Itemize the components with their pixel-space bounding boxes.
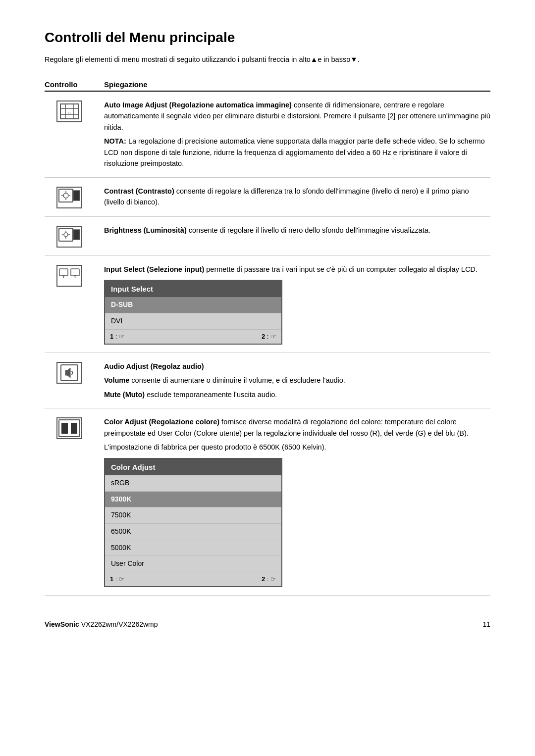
color-adjust-popup-nav: 1 : ☞ 2 : ☞	[105, 572, 281, 586]
input-select-item-dsub: D-SUB	[105, 297, 281, 313]
row-color-adjust: Color Adjust (Regolazione colore) fornis…	[45, 408, 490, 596]
svg-rect-29	[71, 423, 77, 434]
input-select-nav-left: 1 : ☞	[110, 332, 125, 342]
icon-cell-input-select	[45, 264, 94, 287]
page-title: Controlli del Menu principale	[45, 30, 490, 46]
row-audio-adjust: Audio Adjust (Regolaz audio) Volume cons…	[45, 353, 490, 408]
footer: ViewSonic VX2262wm/VX2262wmp 11	[45, 620, 490, 628]
audio-section-title: Audio Adjust (Regolaz audio)	[104, 362, 204, 370]
color-item-6500k: 6500K	[105, 524, 281, 540]
svg-rect-12	[73, 191, 80, 201]
input-select-icon	[56, 265, 82, 287]
color-nav-right: 2 : ☞	[262, 574, 276, 584]
color-nav-left: 1 : ☞	[110, 574, 125, 584]
color-adjust-bold: Color Adjust (Regolazione colore)	[104, 418, 219, 426]
audio-icon	[56, 362, 82, 384]
svg-rect-23	[71, 269, 79, 276]
input-select-popup-title: Input Select	[105, 281, 281, 297]
input-select-nav-right: 2 : ☞	[262, 332, 276, 342]
svg-rect-6	[59, 189, 73, 202]
col-header-control: Controllo	[45, 80, 104, 89]
icon-cell-auto-image: ↔	[45, 100, 94, 122]
row-auto-image: ↔ Auto Image Adjust (Regolazione automat…	[45, 92, 490, 178]
row-input-select: Input Select (Selezione input) permette …	[45, 256, 490, 353]
col-header-desc: Spiegazione	[104, 80, 490, 89]
color-adjust-popup: Color Adjust sRGB 9300K 7500K 6500K 5000…	[104, 458, 282, 588]
svg-rect-19	[73, 230, 80, 240]
auto-image-icon: ↔	[56, 101, 82, 122]
icon-cell-contrast	[45, 186, 94, 208]
input-select-text: permette di passare tra i vari input se …	[204, 265, 478, 273]
volume-bold: Volume	[104, 376, 129, 384]
row-brightness: Brightness (Luminosità) consente di rego…	[45, 217, 490, 256]
color-item-srgb: sRGB	[105, 475, 281, 492]
footer-page: 11	[482, 620, 490, 628]
footer-brand: ViewSonic	[45, 620, 79, 628]
footer-brand-model: ViewSonic VX2262wm/VX2262wmp	[45, 620, 158, 628]
color-adjust-note: L'impostazione di fabbrica per questo pr…	[104, 442, 490, 453]
brightness-text: consente di regolare il livello di nero …	[187, 226, 430, 234]
svg-point-14	[64, 233, 68, 237]
volume-text: consente di aumentare o diminuire il vol…	[129, 376, 345, 384]
brightness-bold: Brightness (Luminosità)	[104, 226, 187, 234]
desc-input-select: Input Select (Selezione input) permette …	[104, 264, 490, 345]
auto-image-note: La regolazione di precisione automatica …	[104, 137, 485, 167]
input-select-popup-nav: 1 : ☞ 2 : ☞	[105, 330, 281, 344]
svg-point-7	[63, 193, 68, 198]
svg-rect-20	[59, 269, 68, 276]
input-select-item-dvi: DVI	[105, 313, 281, 330]
icon-cell-audio	[45, 361, 94, 384]
svg-rect-28	[61, 423, 68, 434]
intro-text: Regolare gli elementi di menu mostrati d…	[45, 54, 490, 65]
desc-contrast: Contrast (Contrasto) consente di regolar…	[104, 186, 490, 208]
row-contrast: Contrast (Contrasto) consente di regolar…	[45, 178, 490, 217]
color-item-5000k: 5000K	[105, 540, 281, 556]
desc-audio-adjust: Audio Adjust (Regolaz audio) Volume cons…	[104, 361, 490, 400]
color-item-7500k: 7500K	[105, 507, 281, 524]
svg-rect-13	[59, 228, 73, 241]
footer-model: VX2262wm/VX2262wmp	[81, 620, 158, 628]
desc-brightness: Brightness (Luminosità) consente di rego…	[104, 225, 490, 236]
contrast-icon	[56, 187, 82, 208]
mute-text: esclude temporaneamente l'uscita audio.	[145, 391, 277, 399]
input-select-popup: Input Select D-SUB DVI 1 : ☞ 2 : ☞	[104, 280, 282, 345]
desc-color-adjust: Color Adjust (Regolazione colore) fornis…	[104, 416, 490, 587]
input-select-bold: Input Select (Selezione input)	[104, 265, 204, 273]
color-item-user-color: User Color	[105, 556, 281, 572]
icon-cell-brightness	[45, 225, 94, 248]
icon-cell-color	[45, 416, 94, 439]
mute-bold: Mute (Muto)	[104, 391, 145, 399]
svg-text:↔: ↔	[67, 109, 72, 115]
table-header: Controllo Spiegazione	[45, 80, 490, 92]
desc-auto-image: Auto Image Adjust (Regolazione automatic…	[104, 100, 490, 169]
contrast-bold: Contrast (Contrasto)	[104, 187, 174, 195]
brightness-icon	[56, 226, 82, 248]
color-adjust-popup-title: Color Adjust	[105, 459, 281, 475]
color-icon	[56, 417, 82, 439]
color-item-9300k: 9300K	[105, 492, 281, 508]
auto-image-bold: Auto Image Adjust (Regolazione automatic…	[104, 101, 292, 109]
